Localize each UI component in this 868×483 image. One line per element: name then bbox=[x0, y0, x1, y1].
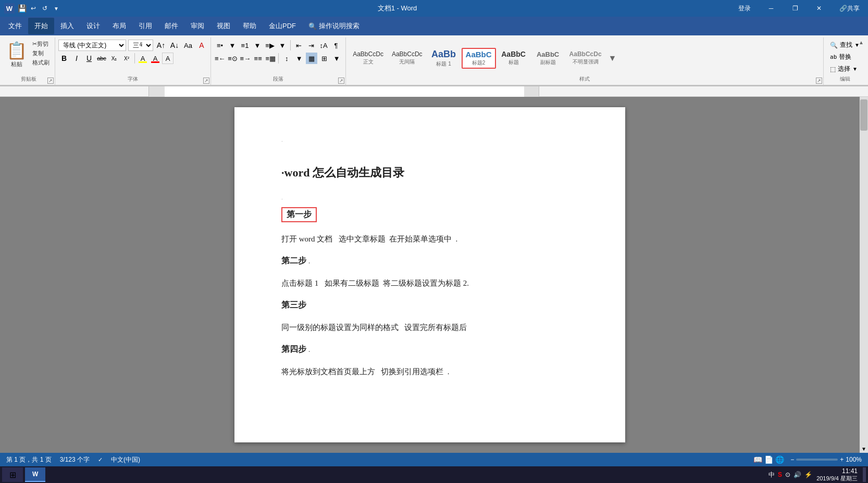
print-view-button[interactable]: 📄 bbox=[764, 455, 773, 464]
font-clear-button[interactable]: A bbox=[196, 40, 207, 51]
bold-button[interactable]: B bbox=[58, 53, 70, 64]
font-name-select[interactable]: 等线 (中文正文) bbox=[58, 40, 126, 51]
highlight-button[interactable]: A bbox=[137, 53, 148, 64]
numbered-list-button[interactable]: ≡1 bbox=[239, 40, 251, 51]
redo-button[interactable]: ↺ bbox=[41, 4, 49, 12]
style-nospace[interactable]: AaBbCcDc 无间隔 bbox=[388, 49, 426, 67]
battery-icon[interactable]: ⚡ bbox=[804, 471, 812, 478]
show-marks-button[interactable]: ¶ bbox=[330, 40, 342, 51]
font-aa-button[interactable]: Aa bbox=[182, 40, 194, 51]
select-button[interactable]: ⬚ 选择 ▼ bbox=[827, 63, 861, 74]
read-view-button[interactable]: 📖 bbox=[753, 455, 762, 464]
close-button[interactable]: ✕ bbox=[807, 0, 831, 17]
save-button[interactable]: 💾 bbox=[18, 4, 26, 12]
font-expander[interactable]: ↗ bbox=[203, 78, 209, 84]
menu-home[interactable]: 开始 bbox=[28, 18, 54, 34]
align-center-button[interactable]: ≡⊙ bbox=[227, 53, 239, 64]
align-right-button[interactable]: ≡→ bbox=[240, 53, 252, 64]
scrollbar-thumb[interactable] bbox=[860, 99, 867, 131]
quick-access-more[interactable]: ▼ bbox=[52, 4, 60, 12]
subscript-button[interactable]: X₂ bbox=[108, 53, 120, 64]
ribbon-collapse[interactable]: ▲ bbox=[858, 39, 865, 46]
menu-references[interactable]: 引用 bbox=[132, 18, 158, 34]
replace-button[interactable]: ab 替换 bbox=[827, 52, 854, 62]
scrollbar-down-arrow[interactable]: ▼ bbox=[860, 444, 868, 453]
font-grow-button[interactable]: A↑ bbox=[155, 40, 167, 51]
menu-search[interactable]: 🔍 操作说明搜索 bbox=[302, 18, 366, 34]
login-button[interactable]: 登录 bbox=[734, 3, 755, 14]
start-button[interactable]: ⊞ bbox=[2, 467, 23, 482]
zoom-minus[interactable]: − bbox=[790, 456, 794, 463]
zoom-plus[interactable]: + bbox=[840, 456, 844, 463]
paste-button[interactable]: 📋 粘贴 bbox=[5, 40, 28, 69]
char-shading-button[interactable]: A bbox=[162, 53, 173, 64]
multilevel-list-dropdown[interactable]: ▼ bbox=[277, 40, 288, 51]
menu-view[interactable]: 视图 bbox=[210, 18, 237, 34]
menu-design[interactable]: 设计 bbox=[80, 18, 106, 34]
font-color-button[interactable]: A bbox=[150, 53, 161, 64]
style-h3[interactable]: AaBbC 标题 bbox=[497, 48, 530, 68]
menu-help[interactable]: 帮助 bbox=[237, 18, 263, 34]
sogou-icon[interactable]: S bbox=[778, 471, 782, 478]
web-view-button[interactable]: 🌐 bbox=[775, 455, 784, 464]
menu-mailings[interactable]: 邮件 bbox=[158, 18, 184, 34]
menu-file[interactable]: 文件 bbox=[2, 18, 28, 34]
font-shrink-button[interactable]: A↓ bbox=[169, 40, 180, 51]
styles-dropdown[interactable]: ▼ bbox=[606, 52, 619, 65]
border-button[interactable]: ⊞ bbox=[318, 53, 330, 64]
style-h1[interactable]: AaBb 标题 1 bbox=[427, 47, 461, 69]
bullet-list-button[interactable]: ≡• bbox=[214, 40, 226, 51]
increase-indent-button[interactable]: ⇥ bbox=[305, 40, 317, 51]
multilevel-list-button[interactable]: ≡▶ bbox=[264, 40, 276, 51]
share-button[interactable]: 🔗共享 bbox=[835, 3, 864, 14]
shading-button[interactable]: ▦ bbox=[306, 53, 317, 64]
vertical-scrollbar[interactable]: ▼ bbox=[860, 97, 868, 453]
undo-button[interactable]: ↩ bbox=[29, 4, 38, 12]
menu-review[interactable]: 审阅 bbox=[184, 18, 210, 34]
paragraph-expander[interactable]: ↗ bbox=[338, 78, 344, 84]
align-left-button[interactable]: ≡← bbox=[214, 53, 226, 64]
line-spacing-button[interactable]: ↕ bbox=[281, 53, 292, 64]
styles-expander[interactable]: ↗ bbox=[816, 78, 822, 84]
cut-button[interactable]: ✂剪切 bbox=[30, 40, 52, 48]
show-desktop-button[interactable] bbox=[863, 467, 866, 482]
menu-layout[interactable]: 布局 bbox=[106, 18, 132, 34]
network-icon[interactable]: ⊙ bbox=[785, 471, 790, 478]
style-subtitle[interactable]: AaBbC 副标题 bbox=[531, 49, 565, 68]
minimize-button[interactable]: ─ bbox=[759, 0, 783, 17]
input-method-icon[interactable]: 中 bbox=[768, 471, 775, 479]
sort-button[interactable]: ↕A bbox=[318, 40, 329, 51]
format-painter-button[interactable]: 格式刷 bbox=[30, 58, 52, 67]
style-normal[interactable]: AaBbCcDc 正文 bbox=[349, 49, 387, 67]
volume-icon[interactable]: 🔊 bbox=[793, 471, 801, 478]
document-scroll[interactable]: · ·word 怎么自动生成目录 · 第一步 打开 word 文档 选中文章标题… bbox=[0, 97, 860, 453]
spell-check[interactable]: ✓ bbox=[98, 456, 103, 463]
border-dropdown[interactable]: ▼ bbox=[331, 53, 342, 64]
step4-dot: . bbox=[308, 346, 311, 353]
justify-button[interactable]: ≡≡ bbox=[252, 53, 264, 64]
copy-button[interactable]: 复制 bbox=[30, 49, 52, 58]
zoom-bar[interactable] bbox=[796, 459, 838, 461]
select-dropdown[interactable]: ▼ bbox=[852, 66, 858, 72]
restore-button[interactable]: ❐ bbox=[783, 0, 807, 17]
strikethrough-button[interactable]: abc bbox=[96, 53, 107, 64]
underline-button[interactable]: U bbox=[83, 53, 95, 64]
numbered-list-dropdown[interactable]: ▼ bbox=[252, 40, 263, 51]
line-spacing-dropdown[interactable]: ▼ bbox=[293, 53, 305, 64]
bullet-list-dropdown[interactable]: ▼ bbox=[227, 40, 238, 51]
style-subtle[interactable]: AaBbCcDc 不明显强调 bbox=[566, 49, 605, 67]
clipboard-expander[interactable]: ↗ bbox=[47, 78, 54, 84]
italic-button[interactable]: I bbox=[71, 53, 82, 64]
style-h1-label: 标题 1 bbox=[436, 60, 451, 68]
superscript-button[interactable]: X² bbox=[121, 53, 132, 64]
zoom-slider[interactable]: − + 100% bbox=[790, 456, 862, 463]
style-h2[interactable]: AaBbC 标题2 bbox=[462, 48, 496, 69]
menu-insert[interactable]: 插入 bbox=[54, 18, 80, 34]
para-divider2 bbox=[278, 53, 279, 63]
decrease-indent-button[interactable]: ⇤ bbox=[293, 40, 304, 51]
taskbar-clock[interactable]: 11:41 2019/9/4 星期三 bbox=[816, 467, 858, 482]
word-taskbar-app[interactable]: W bbox=[25, 467, 45, 482]
distributed-button[interactable]: ≡▦ bbox=[265, 53, 276, 64]
font-size-select[interactable]: 三号 bbox=[128, 40, 153, 51]
menu-jinshan[interactable]: 金山PDF bbox=[263, 18, 302, 34]
